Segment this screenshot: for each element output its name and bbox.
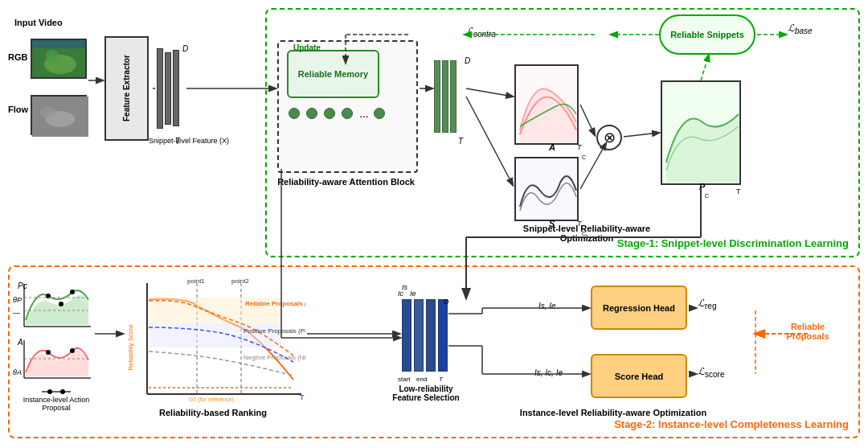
reliability-block: Reliable Memory ... Update (277, 40, 418, 173)
end-label: end (416, 376, 427, 383)
instance-action-label: Instance-level Action Proposal (12, 388, 100, 412)
start-label: start (398, 376, 411, 383)
feature-col-3 (173, 50, 179, 126)
snippet-label: Snippet-level Feature (X) (149, 137, 229, 145)
feature-col-1 (157, 48, 163, 129)
multiply-symbol: ⊗ (596, 125, 622, 150)
feature-extractor-box: Feature Extractor (104, 36, 149, 141)
svg-point-6 (40, 106, 56, 119)
instance-opt-label: Instance-level Reliability-aware Optimiz… (505, 408, 722, 417)
svg-text:T: T (300, 393, 305, 401)
pc-label: Pc (18, 282, 27, 290)
ie-label: Ie (410, 290, 416, 298)
out-col-3 (450, 60, 457, 133)
a-label: A (549, 142, 555, 152)
svg-text:GT (for reference): GT (for reference) (189, 397, 234, 403)
flow-label: Flow (8, 105, 28, 114)
dim-t-label: T (175, 137, 180, 146)
reliable-snippets-box: Reliable Snippets (659, 14, 755, 55)
svg-rect-3 (32, 40, 87, 48)
dim-d-label: D (182, 44, 188, 53)
svg-point-21 (46, 350, 51, 355)
attention-block-a (514, 64, 579, 145)
out-dim-d: D (465, 56, 470, 65)
regression-head-box: Regression Head (591, 286, 687, 330)
rgb-video-frame (31, 39, 87, 79)
dot2 (306, 108, 317, 119)
ranking-chart: Reliability Score T point1 point2 Reliab… (125, 275, 305, 404)
feat-d-label: D (444, 298, 449, 306)
t-label-p: T (736, 187, 741, 195)
memory-dots: ... (289, 108, 385, 119)
svg-point-25 (47, 389, 52, 394)
svg-text:Reliability Score: Reliability Score (127, 324, 134, 371)
svg-text:point2: point2 (231, 277, 249, 285)
p-block (661, 80, 741, 185)
dot5 (374, 108, 385, 119)
is-ie-label: Is, Ie (538, 302, 556, 310)
svg-point-2 (46, 50, 59, 63)
feat-sel-label: Low-reliabilityFeature Selection (390, 384, 462, 402)
output-feature-cols (434, 60, 457, 133)
out-dim-t: T (458, 137, 463, 146)
is-ic-ie-label: Is, Ic, Ie (534, 368, 563, 377)
loss-base: ℒbase (788, 23, 813, 35)
feature-columns (157, 48, 179, 129)
dot1 (289, 108, 300, 119)
svg-point-22 (70, 348, 75, 353)
update-label: Update (293, 43, 321, 52)
snippet-opt-label: Snippet-level Reliability-aware Optimiza… (506, 224, 667, 243)
ranking-label: Reliability-based Ranking (129, 408, 297, 417)
theta-p-label: θP (13, 296, 22, 304)
input-video-label: Input Video (14, 18, 63, 27)
rgb-label: RGB (8, 52, 27, 62)
svg-text:point1: point1 (187, 277, 205, 285)
a-graph2-area (16, 336, 92, 380)
score-head-box: Score Head (591, 354, 687, 398)
reliable-memory-box: Reliable Memory (287, 50, 379, 98)
theta-a-label2: — (13, 309, 20, 317)
svg-point-26 (60, 389, 65, 394)
tc-label-a: T (577, 143, 582, 151)
sel-col-1 (402, 299, 411, 372)
dot-ellipsis: ... (359, 108, 367, 119)
diagram-container: Stage-1: Snippet-level Discrimination Le… (0, 0, 868, 448)
t-label-feat: T (439, 376, 443, 383)
sel-col-2 (414, 299, 424, 372)
sel-col-3 (426, 299, 436, 372)
attention-block-s (514, 157, 579, 221)
reliability-block-label: Reliability-aware Attention Block (272, 177, 420, 187)
svg-text:Positive Proposals (PP): Positive Proposals (PP) (244, 327, 305, 335)
loss-reg: ℒreg (698, 298, 716, 310)
pc-graph-area (16, 280, 92, 328)
loss-score: ℒscore (698, 366, 724, 379)
p-label: P (699, 182, 705, 191)
reliable-proposals-label: Reliable Proposals (772, 322, 844, 341)
feature-sel-block (402, 299, 448, 372)
out-col-2 (442, 60, 448, 133)
flow-video-frame (31, 95, 87, 135)
dot3 (324, 108, 335, 119)
stage2-label: Stage-2: Instance-level Completeness Lea… (614, 418, 849, 430)
loss-contra: ℒcontra (466, 26, 496, 39)
svg-point-14 (70, 290, 75, 294)
theta-a-label: θA (13, 368, 22, 376)
a-label2: A (18, 338, 23, 347)
svg-text:Reliable Proposals (RP): Reliable Proposals (RP) (245, 300, 305, 307)
dot4 (342, 108, 353, 119)
is-label-feat: Is (402, 283, 407, 291)
sel-col-4 (438, 299, 448, 372)
c-label-s: C (582, 154, 586, 160)
svg-text:Negtive Proposals (NP): Negtive Proposals (NP) (244, 354, 305, 361)
feature-col-2 (165, 52, 171, 125)
svg-point-15 (59, 302, 63, 306)
out-col-1 (434, 60, 440, 133)
c-label-p: C (705, 193, 709, 199)
